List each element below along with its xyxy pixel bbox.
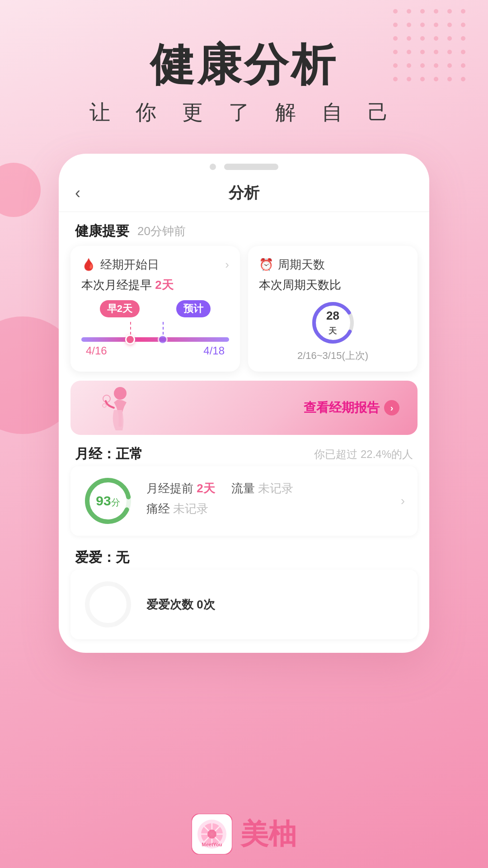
menstrual-note: 你已超过 22.4%的人 — [314, 447, 413, 462]
pain-item: 痛经 未记录 — [146, 501, 208, 517]
cycle-ring-container: 28 天 — [259, 300, 407, 345]
timeline-dot-predict — [158, 335, 168, 344]
timeline-container: 4/16 4/18 — [81, 322, 229, 357]
love-title: 爱爱：无 — [75, 548, 129, 567]
advance-item: 月经提前 2天 — [146, 481, 215, 496]
menstrual-section-row: 月经：正常 你已超过 22.4%的人 — [59, 435, 429, 466]
banner-figure — [98, 385, 138, 435]
score-ring: 93分 — [83, 476, 133, 526]
cycle-ring: 28 天 — [310, 300, 356, 345]
sub-title: 让 你 更 了 解 自 己 — [0, 99, 488, 127]
health-summary-bar: 健康提要 20分钟前 — [59, 212, 429, 246]
love-section: 爱爱：无 爱爱次数 0次 — [59, 538, 429, 639]
timeline-dot-actual — [125, 335, 135, 344]
love-card[interactable]: 爱爱次数 0次 — [70, 570, 418, 639]
back-button[interactable]: ‹ — [75, 184, 80, 203]
score-card[interactable]: 93分 月经提前 2天 流量 未记录 痛经 未记录 › — [70, 466, 418, 536]
svg-point-4 — [103, 404, 106, 407]
flow-item: 流量 未记录 — [231, 481, 293, 496]
cycle-ring-text: 28 天 — [326, 309, 339, 337]
timeline-labels: 4/16 4/18 — [81, 344, 229, 357]
svg-point-2 — [114, 387, 127, 400]
period-card-header: 🩸 经期开始日 › — [81, 257, 229, 273]
phone-mockup: ‹ 分析 健康提要 20分钟前 🩸 经期开始日 › 本次月经提早 2天 早2天 … — [59, 154, 429, 653]
brand-logo: MeetYou — [192, 814, 232, 854]
menstrual-title: 月经：正常 — [75, 445, 143, 463]
score-row-1: 月经提前 2天 流量 未记录 — [146, 481, 387, 496]
cycle-card[interactable]: ⏰ 周期天数 本次周期天数比 28 天 2/16~3/15(上次) — [248, 246, 418, 372]
cards-row: 🩸 经期开始日 › 本次月经提早 2天 早2天 预计 — [59, 246, 429, 372]
app-title: 分析 — [229, 183, 259, 203]
love-detail: 爱爱次数 0次 — [146, 597, 405, 613]
svg-point-11 — [207, 830, 216, 839]
period-card[interactable]: 🩸 经期开始日 › 本次月经提早 2天 早2天 预计 — [70, 246, 240, 372]
phone-dot — [210, 164, 216, 170]
score-ring-text: 93分 — [96, 494, 120, 508]
period-icon: 🩸 — [81, 258, 96, 272]
cycle-date-range: 2/16~3/15(上次) — [259, 349, 407, 363]
brand-footer: MeetYou 美柚 — [0, 814, 488, 854]
early-badge: 早2天 — [100, 300, 140, 317]
app-header: ‹ 分析 — [59, 175, 429, 212]
badge-wrapper: 早2天 预计 — [81, 300, 229, 317]
period-banner[interactable]: 查看经期报告 › — [70, 381, 418, 435]
cycle-card-header: ⏰ 周期天数 — [259, 257, 407, 273]
cycle-card-desc: 本次周期天数比 — [259, 277, 407, 293]
timeline-date-actual: 4/16 — [86, 344, 107, 357]
timeline-track — [81, 337, 229, 342]
period-card-arrow: › — [225, 258, 229, 272]
phone-topbar — [59, 154, 429, 175]
svg-point-7 — [87, 584, 129, 625]
cycle-card-title: 周期天数 — [278, 257, 325, 273]
header-section: 健康分析 让 你 更 了 解 自 己 — [0, 0, 488, 127]
main-title: 健康分析 — [0, 41, 488, 90]
banner-link-arrow: › — [384, 400, 399, 415]
cycle-icon: ⏰ — [259, 258, 273, 272]
health-summary-time: 20分钟前 — [137, 223, 186, 239]
period-card-desc: 本次月经提早 2天 — [81, 277, 229, 293]
banner-link[interactable]: 查看经期报告 › — [304, 399, 399, 416]
period-card-title: 经期开始日 — [100, 257, 159, 273]
timeline-date-predict: 4/18 — [203, 344, 225, 357]
love-section-row: 爱爱：无 — [59, 538, 429, 570]
svg-text:MeetYou: MeetYou — [202, 842, 222, 847]
predict-badge: 预计 — [176, 300, 211, 317]
score-row-2: 痛经 未记录 — [146, 501, 387, 517]
love-ring — [83, 580, 133, 629]
phone-pill — [224, 164, 278, 170]
score-details: 月经提前 2天 流量 未记录 痛经 未记录 — [146, 481, 387, 521]
health-summary-label: 健康提要 — [75, 222, 129, 241]
banner-link-text: 查看经期报告 — [304, 399, 380, 416]
love-count: 爱爱次数 0次 — [146, 597, 405, 613]
brand-name: 美柚 — [240, 815, 296, 853]
score-card-arrow: › — [401, 494, 405, 508]
deco-circle-left — [0, 163, 41, 217]
